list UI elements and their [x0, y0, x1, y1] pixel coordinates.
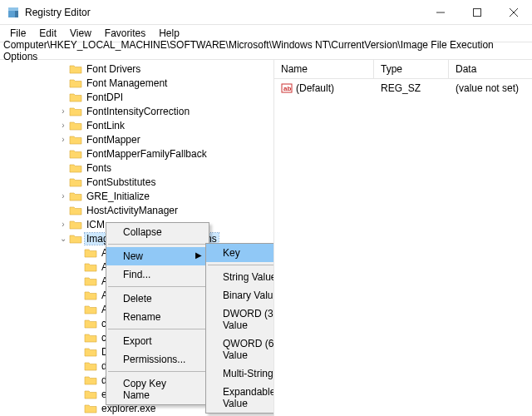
tree-item-label: ICM [85, 219, 106, 230]
tree-item-label: FontMapper [85, 134, 142, 146]
ctx-new-label: New [123, 250, 143, 262]
tree-item[interactable]: FontDPI [0, 90, 273, 104]
tree-item-label: FontLink [85, 120, 126, 131]
tree-item-label: FontMapperFamilyFallback [85, 148, 209, 160]
sub-key[interactable]: Key [206, 244, 274, 262]
new-submenu: Key String Value Binary Value DWORD (32-… [205, 243, 274, 414]
tree-item-label: FontSubstitutes [85, 176, 157, 188]
col-type[interactable]: Type [374, 60, 449, 78]
tree-pane[interactable]: Font DriversFont ManagementFontDPI›FontI… [0, 60, 274, 416]
sub-expand[interactable]: Expandable String Value [206, 383, 274, 413]
close-button[interactable] [495, 0, 532, 25]
ctx-separator [108, 371, 207, 372]
expander-icon[interactable]: › [58, 107, 68, 116]
regedit-icon [7, 6, 20, 19]
address-bar[interactable]: Computer\HKEY_LOCAL_MACHINE\SOFTWARE\Mic… [0, 42, 532, 60]
ctx-new[interactable]: New ▶ Key String Value Binary Value DWOR… [106, 247, 209, 265]
tree-item-label: Font Drivers [85, 63, 142, 75]
ctx-export[interactable]: Export [106, 332, 209, 350]
value-name: (Default) [296, 82, 334, 94]
sub-binary[interactable]: Binary Value [206, 286, 274, 305]
col-name[interactable]: Name [274, 60, 374, 78]
tree-item-label: Font Management [85, 77, 169, 89]
ctx-separator [108, 286, 207, 287]
values-pane[interactable]: Name Type Data ab (Default) REG_SZ (valu… [274, 60, 532, 416]
value-type: REG_SZ [374, 81, 449, 96]
svg-text:ab: ab [283, 85, 291, 92]
sub-dword[interactable]: DWORD (32-bit) Value [206, 305, 274, 334]
maximize-icon [473, 8, 481, 17]
tree-item[interactable]: HostActivityManager [0, 203, 273, 217]
title-bar: Registry Editor [0, 0, 532, 25]
window-title: Registry Editor [25, 7, 422, 18]
svg-rect-2 [15, 11, 18, 17]
expander-icon[interactable]: › [58, 220, 68, 229]
tree-item[interactable]: Font Management [0, 76, 273, 90]
values-header: Name Type Data [274, 60, 532, 79]
ctx-find[interactable]: Find... [106, 265, 209, 284]
tree-item[interactable]: ›FontIntensityCorrection [0, 104, 273, 118]
ctx-separator [108, 244, 207, 245]
tree-item[interactable]: Font Drivers [0, 62, 273, 76]
tree-item[interactable]: FontSubstitutes [0, 175, 273, 189]
tree-item[interactable]: Fonts [0, 161, 273, 175]
tree-item[interactable]: ›FontMapper [0, 132, 273, 146]
col-data[interactable]: Data [449, 60, 532, 78]
context-menu: Collapse New ▶ Key String Value Binary V… [106, 222, 209, 405]
sub-qword[interactable]: QWORD (64-bit) Value [206, 334, 274, 364]
expander-icon[interactable]: ⌄ [58, 235, 68, 243]
value-row-default[interactable]: ab (Default) REG_SZ (value not set) [274, 79, 532, 97]
expander-icon[interactable]: › [58, 121, 68, 130]
tree-item[interactable]: FontMapperFamilyFallback [0, 146, 273, 161]
ctx-copykey[interactable]: Copy Key Name [106, 374, 209, 404]
address-text: Computer\HKEY_LOCAL_MACHINE\SOFTWARE\Mic… [3, 39, 529, 62]
ctx-separator [108, 329, 207, 329]
tree-item-label: HostActivityManager [85, 205, 180, 216]
svg-rect-4 [474, 8, 481, 16]
expander-icon[interactable]: › [58, 192, 68, 201]
expander-icon[interactable]: › [58, 136, 68, 144]
ctx-delete[interactable]: Delete [106, 290, 209, 308]
content-area: Font DriversFont ManagementFontDPI›FontI… [0, 60, 532, 416]
ctx-collapse[interactable]: Collapse [106, 223, 209, 241]
close-icon [510, 8, 518, 17]
minimize-icon [436, 8, 445, 17]
tree-item-label: FontDPI [85, 92, 125, 103]
ctx-rename[interactable]: Rename [106, 308, 209, 326]
ctx-permissions[interactable]: Permissions... [106, 350, 209, 369]
tree-item[interactable]: ›FontLink [0, 118, 273, 132]
ctx-new-arrow-icon: ▶ [195, 250, 202, 260]
tree-item-label: Fonts [85, 162, 113, 174]
maximize-button[interactable] [459, 0, 495, 25]
tree-item[interactable]: ›GRE_Initialize [0, 189, 273, 203]
string-value-icon: ab [281, 82, 293, 94]
sub-string[interactable]: String Value [206, 268, 274, 286]
sub-separator [208, 265, 274, 265]
tree-item-label: FontIntensityCorrection [85, 106, 191, 117]
minimize-button[interactable] [422, 0, 459, 25]
value-data: (value not set) [449, 81, 532, 96]
tree-item-label: GRE_Initialize [85, 191, 151, 202]
sub-multi[interactable]: Multi-String Value [206, 364, 274, 383]
